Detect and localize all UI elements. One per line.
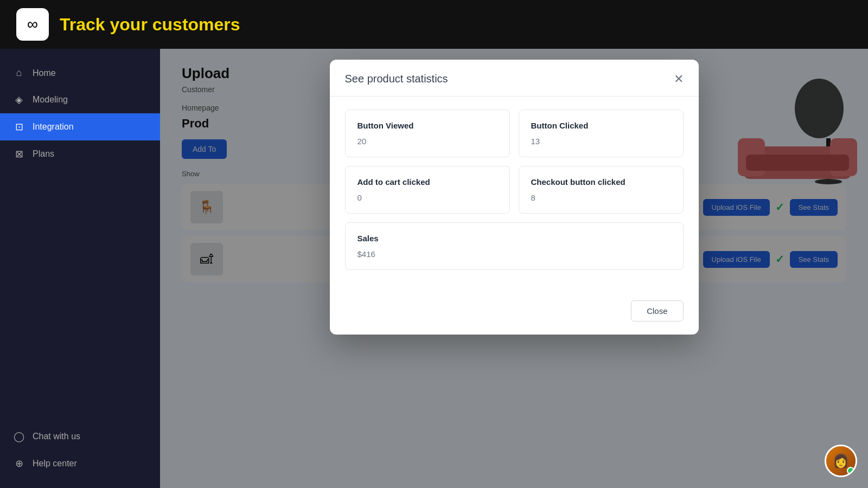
sidebar-item-chat[interactable]: ◯ Chat with us (0, 423, 160, 450)
stat-value-button-viewed: 20 (358, 137, 497, 146)
plans-icon: ⊠ (13, 148, 25, 160)
statistics-modal: See product statistics ✕ Button Viewed 2… (330, 60, 699, 335)
sidebar-label-home: Home (33, 68, 56, 78)
logo-icon: ∞ (27, 16, 38, 33)
sidebar: ⌂ Home ◈ Modeling ⊡ Integration ⊠ Plans … (0, 49, 160, 488)
stat-label-sales: Sales (358, 234, 671, 243)
close-button[interactable]: Close (631, 300, 683, 322)
logo: ∞ (16, 8, 49, 41)
stat-value-sales: $416 (358, 249, 671, 259)
stat-value-add-to-cart: 0 (358, 193, 497, 202)
sidebar-label-plans: Plans (33, 149, 54, 159)
modal-body: Button Viewed 20 Button Clicked 13 Add t… (330, 97, 699, 292)
avatar-bubble[interactable]: 👩 (825, 445, 857, 477)
sidebar-item-modeling[interactable]: ◈ Modeling (0, 86, 160, 113)
modal-backdrop: See product statistics ✕ Button Viewed 2… (160, 49, 868, 488)
modal-header: See product statistics ✕ (330, 60, 699, 97)
sidebar-label-modeling: Modeling (33, 95, 68, 105)
modal-close-button[interactable]: ✕ (674, 73, 684, 85)
stat-label-button-clicked: Button Clicked (531, 121, 671, 130)
help-icon: ⊕ (13, 458, 25, 470)
sidebar-label-help: Help center (33, 459, 77, 468)
sidebar-item-plans[interactable]: ⊠ Plans (0, 140, 160, 168)
sidebar-item-integration[interactable]: ⊡ Integration (0, 113, 160, 140)
integration-icon: ⊡ (13, 121, 25, 133)
title-highlight: your customers (110, 15, 240, 34)
title-prefix: Track (60, 15, 110, 34)
top-bar: ∞ Track your customers (0, 0, 868, 49)
stat-card-button-clicked: Button Clicked 13 (519, 110, 684, 157)
stats-grid: Button Viewed 20 Button Clicked 13 Add t… (345, 110, 684, 214)
stat-card-add-to-cart: Add to cart clicked 0 (345, 166, 510, 214)
stat-label-add-to-cart: Add to cart clicked (358, 177, 497, 187)
stat-value-checkout: 8 (531, 193, 671, 202)
main-layout: ⌂ Home ◈ Modeling ⊡ Integration ⊠ Plans … (0, 49, 868, 488)
app-title: Track your customers (60, 15, 240, 35)
stat-value-button-clicked: 13 (531, 137, 671, 146)
modal-title: See product statistics (345, 73, 448, 85)
sidebar-item-home[interactable]: ⌂ Home (0, 60, 160, 86)
modeling-icon: ◈ (13, 94, 25, 106)
stat-label-button-viewed: Button Viewed (358, 121, 497, 130)
avatar-status (847, 467, 854, 474)
modal-footer: Close (330, 292, 699, 335)
chat-icon: ◯ (13, 431, 25, 442)
main-content: Upload Customer Homepage Prod Add To Sho… (160, 49, 868, 488)
stat-label-checkout: Checkout button clicked (531, 177, 671, 187)
sidebar-label-chat: Chat with us (33, 432, 80, 441)
home-icon: ⌂ (13, 67, 25, 79)
sidebar-label-integration: Integration (33, 122, 74, 132)
stat-card-sales: Sales $416 (345, 222, 684, 270)
sidebar-item-help[interactable]: ⊕ Help center (0, 450, 160, 477)
stat-card-button-viewed: Button Viewed 20 (345, 110, 510, 157)
stat-card-checkout: Checkout button clicked 8 (519, 166, 684, 214)
